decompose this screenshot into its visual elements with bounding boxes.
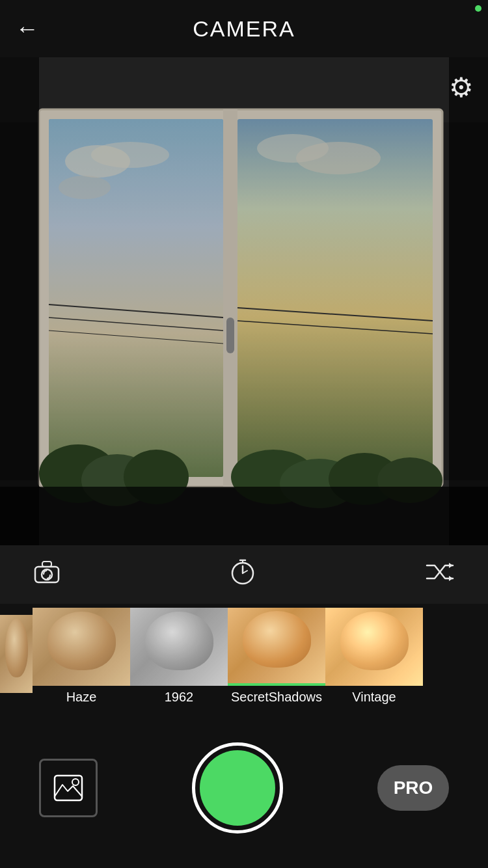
svg-rect-29 xyxy=(0,57,488,545)
viewfinder[interactable]: ⚙ xyxy=(0,57,488,545)
gallery-button[interactable] xyxy=(39,759,98,817)
shutter-button[interactable] xyxy=(192,742,283,834)
header-title: CAMERA xyxy=(193,16,295,42)
filter-item-haze[interactable]: Haze xyxy=(33,608,130,705)
shutter-inner xyxy=(200,750,275,826)
filter-label-vintage: Vintage xyxy=(352,690,396,705)
filter-strip[interactable]: Haze 1962 SecretShadows Vintage xyxy=(0,604,488,708)
controls-bar xyxy=(0,545,488,604)
bottom-bar: PRO xyxy=(0,708,488,868)
back-arrow-icon: ← xyxy=(16,15,39,42)
filter-label-secretshadows: SecretShadows xyxy=(231,690,322,705)
svg-point-39 xyxy=(72,779,79,785)
filter-label-1962: 1962 xyxy=(165,690,194,705)
timer-button[interactable] xyxy=(228,558,257,592)
camera-scene xyxy=(0,57,488,545)
settings-button[interactable]: ⚙ xyxy=(449,72,474,103)
filter-item-secretshadows[interactable]: SecretShadows xyxy=(228,608,325,705)
shuffle-button[interactable] xyxy=(424,559,455,591)
status-dot xyxy=(475,5,481,12)
flip-camera-button[interactable] xyxy=(33,559,61,591)
back-button[interactable]: ← xyxy=(16,17,39,40)
filter-item-partial[interactable] xyxy=(0,615,33,697)
filter-label-haze: Haze xyxy=(66,690,97,705)
filter-item-vintage[interactable]: Vintage xyxy=(325,608,423,705)
pro-label: PRO xyxy=(394,778,433,798)
pro-button[interactable]: PRO xyxy=(377,765,449,811)
header: ← CAMERA xyxy=(0,0,488,57)
filter-item-1962[interactable]: 1962 xyxy=(130,608,228,705)
